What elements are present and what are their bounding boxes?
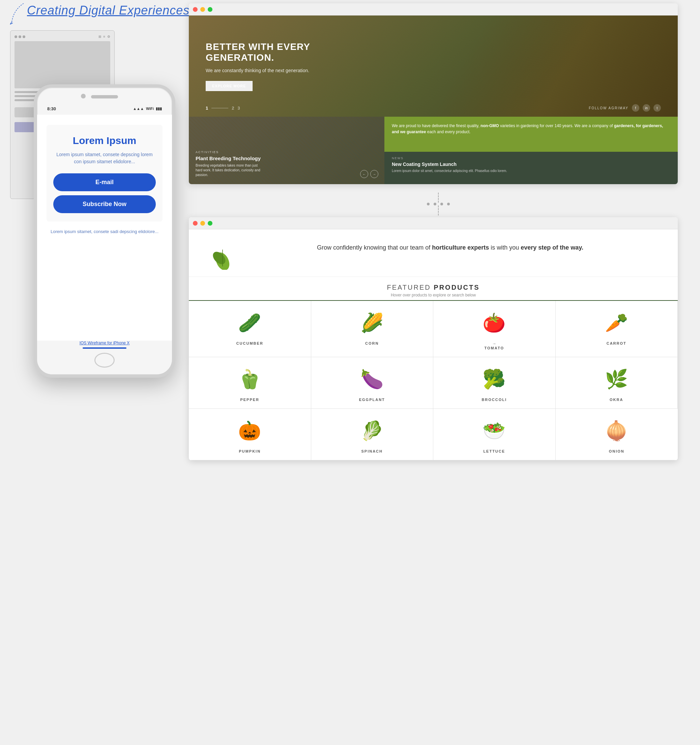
product-icon-area: 🥒 xyxy=(194,308,306,338)
product-cell-pepper[interactable]: 🫑PEPPER xyxy=(189,357,311,409)
arrow-next[interactable]: → xyxy=(370,170,378,178)
agri-hero-footer: 1 2 3 FOLLOW AGRIMAY f in t xyxy=(189,104,678,112)
product-cell-spinach[interactable]: 🥬SPINACH xyxy=(311,409,434,460)
explore-more-button[interactable]: EXPLORE MORE xyxy=(206,81,253,91)
product-emoji: 🎃 xyxy=(238,420,261,442)
featured-label: FEATURED xyxy=(387,284,431,291)
product-emoji: 🥒 xyxy=(238,312,261,334)
product-name: BROCCOLI xyxy=(438,398,550,402)
nav-num-1[interactable]: 1 xyxy=(206,106,208,111)
product-icon-area: 🧅 xyxy=(561,416,673,446)
nav-line xyxy=(211,108,228,108)
agri-img-arrow: ← → xyxy=(360,170,378,178)
browser-window-2: Grow confidently knowing that our team o… xyxy=(189,217,678,460)
connector-line-top xyxy=(438,193,439,203)
traffic-light-green[interactable] xyxy=(208,7,212,12)
iphone-screen: Lorem Ipsum Lorem ipsum sitamet, consete… xyxy=(37,115,172,341)
iphone-home-button[interactable] xyxy=(94,353,115,368)
product-emoji: 🥬 xyxy=(360,420,384,442)
traffic-light-red-2[interactable] xyxy=(193,221,197,226)
browser-titlebar-1 xyxy=(189,3,678,15)
traffic-light-yellow[interactable] xyxy=(200,7,205,12)
product-cell-carrot[interactable]: 🥕CARROT xyxy=(556,301,678,357)
agri-below-hero: ACTIVITIES Plant Breeding Technology Bre… xyxy=(189,117,678,184)
product-icon-area: 🎃 xyxy=(194,416,306,446)
product-icon-area: 🍅 xyxy=(438,308,550,338)
linkedin-icon[interactable]: in xyxy=(643,104,650,112)
products-intro: Grow confidently knowing that our team o… xyxy=(189,229,678,277)
browser-titlebar-2 xyxy=(189,217,678,229)
product-name: CORN xyxy=(316,341,428,346)
product-cell-tomato[interactable]: 🍅→TOMATO xyxy=(433,301,556,357)
iphone-screen-subtitle: Lorem ipsum sitamet, consete depscing lo… xyxy=(53,151,156,165)
agri-green-card: We are proud to have delivered the fines… xyxy=(384,117,678,152)
traffic-light-green-2[interactable] xyxy=(208,221,212,226)
product-cell-broccoli[interactable]: 🥦BROCCOLI xyxy=(433,357,556,409)
product-cell-corn[interactable]: 🌽CORN xyxy=(311,301,434,357)
product-icon-area: 🥬 xyxy=(316,416,428,446)
products-label: PRODUCTS xyxy=(434,284,480,291)
leaf-decoration xyxy=(209,243,236,270)
agri-left-image-content: ACTIVITIES Plant Breeding Technology Bre… xyxy=(196,150,263,177)
product-emoji: 🌽 xyxy=(360,312,384,334)
browser-window-1: BETTER WITH EVERY GENERATION. We are con… xyxy=(189,3,678,184)
wf-dot xyxy=(22,35,25,38)
connector-dot xyxy=(434,203,436,205)
nav-num-3[interactable]: 3 xyxy=(237,106,240,111)
product-emoji: 🌿 xyxy=(605,368,628,390)
email-button[interactable]: E-mail xyxy=(53,174,156,191)
product-emoji: 🥕 xyxy=(605,312,628,334)
iphone-hero-block: Lorem Ipsum Lorem ipsum sitamet, consete… xyxy=(46,125,163,221)
products-header-title: FEATURED PRODUCTS xyxy=(189,284,678,292)
twitter-icon[interactable]: t xyxy=(654,104,661,112)
iphone-time: 8:30 xyxy=(47,106,56,111)
product-icon-area: 🍆 xyxy=(316,364,428,394)
product-name: OKRA xyxy=(561,398,673,402)
product-cell-cucumber[interactable]: 🥒CUCUMBER xyxy=(189,301,311,357)
agri-img-title: Plant Breeding Technology xyxy=(196,156,263,161)
arrow-prev[interactable]: ← xyxy=(360,170,368,178)
product-icon-area: 🥗 xyxy=(438,416,550,446)
agri-hero-content: BETTER WITH EVERY GENERATION. We are con… xyxy=(206,42,341,91)
product-name: TOMATO xyxy=(438,346,550,350)
product-icon-area: 🥕 xyxy=(561,308,673,338)
agri-left-image: ACTIVITIES Plant Breeding Technology Bre… xyxy=(189,117,384,184)
product-emoji: 🥗 xyxy=(483,420,506,442)
connector-dot xyxy=(447,203,450,205)
product-icon-area: 🫑 xyxy=(194,364,306,394)
product-cell-pumpkin[interactable]: 🎃PUMPKIN xyxy=(189,409,311,460)
connector-line-bottom xyxy=(438,205,439,215)
product-emoji: 🧅 xyxy=(605,420,628,442)
product-name: PUMPKIN xyxy=(194,449,306,453)
battery-icon: ▮▮▮ xyxy=(156,106,162,111)
facebook-icon[interactable]: f xyxy=(632,104,639,112)
iphone-speaker xyxy=(91,95,118,99)
wf-dot xyxy=(18,35,21,38)
traffic-light-yellow-2[interactable] xyxy=(200,221,205,226)
wifi-icon: WiFi xyxy=(146,106,154,111)
connector-dot xyxy=(427,203,429,205)
iphone-footer-text: Lorem ipsum sitamet, consete sadi depsci… xyxy=(46,228,163,235)
main-title: Creating Digital Experiences xyxy=(27,3,190,17)
product-name: CARROT xyxy=(561,341,673,346)
product-cell-eggplant[interactable]: 🍆EGGPLANT xyxy=(311,357,434,409)
product-arrow: → xyxy=(438,341,550,346)
product-name: EGGPLANT xyxy=(316,398,428,402)
wf-header-icons: ⊞≡⚙ xyxy=(99,35,110,39)
wf-dot xyxy=(15,35,17,38)
subscribe-button[interactable]: Subscribe Now xyxy=(53,195,156,213)
product-cell-onion[interactable]: 🧅ONION xyxy=(556,409,678,460)
traffic-light-red[interactable] xyxy=(193,7,197,12)
nav-num-2[interactable]: 2 xyxy=(232,106,234,111)
product-icon-area: 🌿 xyxy=(561,364,673,394)
agri-hero-title: BETTER WITH EVERY GENERATION. xyxy=(206,42,341,63)
product-cell-lettuce[interactable]: 🥗LETTUCE xyxy=(433,409,556,460)
product-name: SPINACH xyxy=(316,449,428,453)
agri-dark-card: NEWS New Coating System Launch Lorem ips… xyxy=(384,152,678,184)
social-label: FOLLOW AGRIMAY xyxy=(589,106,628,110)
signal-icon: ▲▲▲ xyxy=(133,106,144,111)
product-cell-okra[interactable]: 🌿OKRA xyxy=(556,357,678,409)
agri-social: FOLLOW AGRIMAY f in t xyxy=(589,104,661,112)
product-emoji: 🫑 xyxy=(238,368,261,390)
agri-dark-title: New Coating System Launch xyxy=(392,162,670,167)
